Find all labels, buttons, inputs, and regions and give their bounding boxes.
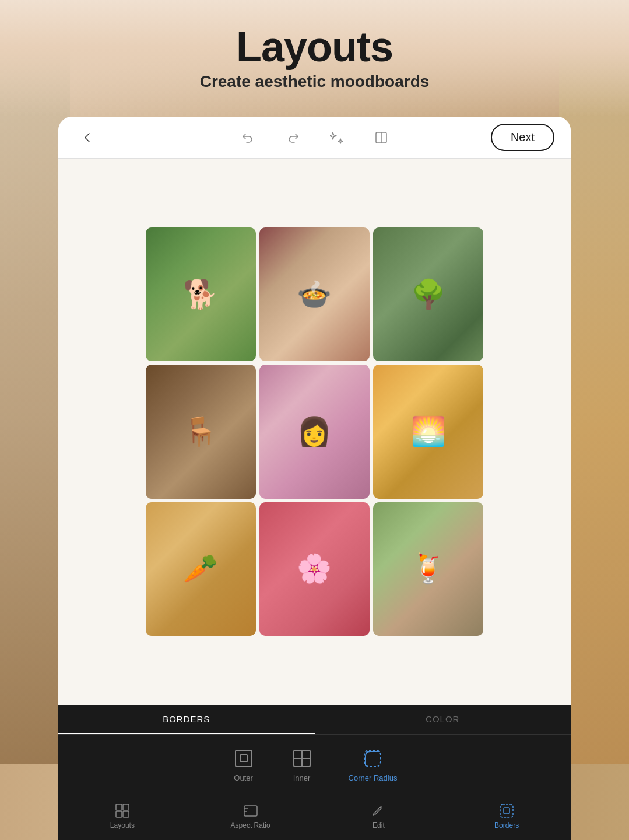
grid-area — [58, 159, 571, 705]
svg-rect-13 — [500, 804, 513, 817]
nav-borders-label: Borders — [494, 821, 519, 830]
nav-borders[interactable]: Borders — [442, 799, 571, 833]
next-button[interactable]: Next — [491, 124, 554, 151]
photo-cell-2[interactable] — [259, 228, 370, 361]
undo-button[interactable] — [236, 125, 261, 150]
photo-cell-3[interactable] — [373, 228, 483, 361]
toolbar-center-icons — [236, 125, 394, 150]
photo-cell-4[interactable] — [146, 365, 256, 498]
redo-button[interactable] — [280, 125, 305, 150]
svg-rect-11 — [123, 811, 129, 817]
back-button[interactable] — [75, 125, 100, 150]
photo-cell-7[interactable] — [146, 502, 256, 636]
corner-radius-icon — [361, 747, 384, 770]
photo-cell-8[interactable] — [259, 502, 370, 636]
app-title: Layouts — [236, 26, 393, 68]
tab-color[interactable]: COLOR — [315, 705, 571, 734]
toolbar: Next — [58, 117, 571, 159]
option-outer[interactable]: Outer — [232, 747, 255, 782]
nav-edit[interactable]: Edit — [315, 799, 443, 833]
photo-grid — [146, 228, 484, 636]
compare-button[interactable] — [368, 125, 394, 150]
photo-cell-6[interactable] — [373, 365, 483, 498]
nav-layouts[interactable]: Layouts — [58, 799, 187, 833]
photo-cell-5[interactable] — [259, 365, 370, 498]
bottom-nav: Layouts Aspect Ratio Edi — [58, 794, 571, 840]
edit-icon — [370, 803, 386, 819]
svg-rect-2 — [236, 750, 252, 766]
svg-rect-12 — [244, 806, 257, 816]
layouts-icon — [114, 803, 131, 819]
svg-rect-3 — [240, 755, 247, 762]
inner-label: Inner — [293, 774, 311, 782]
nav-aspect-ratio-label: Aspect Ratio — [231, 821, 270, 830]
nav-edit-label: Edit — [373, 821, 385, 830]
bottom-panel: BORDERS COLOR Outer — [58, 705, 571, 840]
inner-icon — [290, 747, 314, 770]
magic-button[interactable] — [324, 125, 350, 150]
panel-tabs: BORDERS COLOR — [58, 705, 571, 735]
tab-borders[interactable]: BORDERS — [58, 705, 315, 734]
panel-options: Outer Inner — [58, 735, 571, 794]
top-section: Layouts Create aesthetic moodboards — [0, 0, 629, 117]
outer-icon — [232, 747, 255, 770]
photo-cell-1[interactable] — [146, 228, 256, 361]
nav-aspect-ratio[interactable]: Aspect Ratio — [187, 799, 315, 833]
main-card: Next BORDERS COLOR — [58, 117, 571, 840]
svg-rect-14 — [504, 808, 509, 814]
photo-cell-9[interactable] — [373, 502, 483, 636]
borders-icon — [498, 803, 515, 819]
svg-rect-9 — [123, 804, 129, 810]
app-subtitle: Create aesthetic moodboards — [200, 72, 430, 91]
option-inner[interactable]: Inner — [290, 747, 314, 782]
aspect-ratio-icon — [243, 803, 259, 819]
option-corner-radius[interactable]: Corner Radius — [349, 747, 398, 782]
corner-radius-label: Corner Radius — [349, 774, 398, 782]
nav-layouts-label: Layouts — [110, 821, 135, 830]
svg-rect-8 — [116, 804, 122, 810]
outer-label: Outer — [234, 774, 253, 782]
svg-rect-10 — [116, 811, 122, 817]
